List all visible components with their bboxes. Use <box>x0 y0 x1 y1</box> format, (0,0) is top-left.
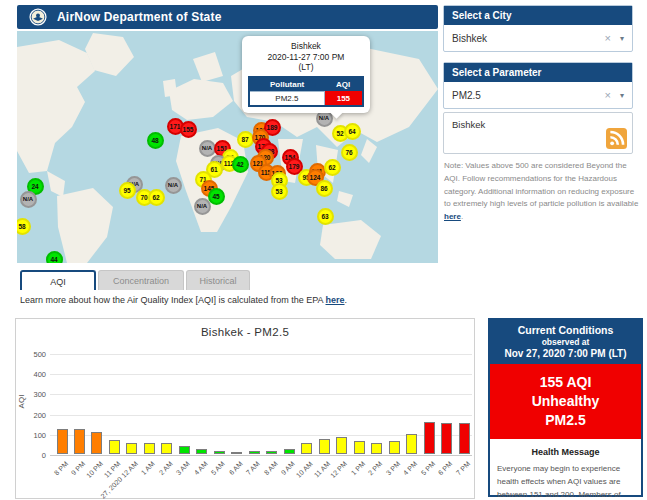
y-axis-tick: 500 <box>20 350 46 359</box>
aqi-map-marker[interactable]: 42 <box>232 156 249 173</box>
chart-bar[interactable] <box>74 429 85 454</box>
chart-bar[interactable] <box>109 440 120 454</box>
chart-gridline <box>50 354 472 355</box>
tab-historical[interactable]: Historical <box>186 270 250 290</box>
tab-concentration[interactable]: Concentration <box>98 270 184 290</box>
chart-bar[interactable] <box>144 443 155 455</box>
x-axis-tick: 7 PM <box>454 460 471 477</box>
chart-bar[interactable] <box>161 443 172 454</box>
chart-gridline <box>50 455 472 456</box>
chart-bar[interactable] <box>266 451 277 454</box>
chart-bar[interactable] <box>389 441 400 454</box>
chart-bar[interactable] <box>284 449 295 454</box>
aqi-map-marker[interactable]: N/A <box>20 191 37 208</box>
chart-bar[interactable] <box>214 451 225 454</box>
tab-aqi[interactable]: AQI <box>20 270 96 290</box>
current-conditions-title: Current Conditions <box>492 324 639 336</box>
chart-bar[interactable] <box>231 452 242 454</box>
aqi-map-marker[interactable]: N/A <box>194 198 211 215</box>
select-city-header: Select a City <box>444 6 632 25</box>
city-select[interactable]: Bishkek × ▾ <box>444 25 632 51</box>
airnow-dos-page: AirNow Department of State <box>0 0 647 500</box>
clear-city-icon[interactable]: × <box>605 32 611 44</box>
aqi-value: 155 AQI <box>492 373 639 392</box>
aqi-category: Unhealthy <box>492 392 639 411</box>
tooltip-pollutant-header: Pollutant <box>249 77 324 92</box>
chart-bar[interactable] <box>459 423 470 454</box>
health-message-text: Everyone may begin to experience health … <box>497 462 634 500</box>
aqi-map-marker[interactable]: 44 <box>46 251 63 264</box>
observed-datetime: Nov 27, 2020 7:00 PM (LT) <box>492 348 639 359</box>
tooltip-pollutant-value: PM2.5 <box>249 91 324 106</box>
chart-bar[interactable] <box>301 443 312 455</box>
aqi-map-marker[interactable]: 48 <box>147 132 164 149</box>
app-header: AirNow Department of State <box>17 5 438 29</box>
aqi-map-marker[interactable]: 53 <box>271 183 288 200</box>
chart-bar[interactable] <box>319 439 330 454</box>
y-axis-tick: 300 <box>20 390 46 399</box>
tooltip-aqi-value: 155 <box>324 91 363 106</box>
chart-bar[interactable] <box>126 443 137 455</box>
tooltip-datetime: 2020-11-27 7:00 PM <box>248 52 364 63</box>
learn-more-text: Learn more about how the Air Quality Ind… <box>20 295 347 305</box>
chart-bar[interactable] <box>179 446 190 454</box>
aqi-map-marker[interactable]: 62 <box>324 159 341 176</box>
world-map[interactable]: Bishkek 2020-11-27 7:00 PM (LT) Pollutan… <box>17 31 438 263</box>
chevron-down-icon[interactable]: ▾ <box>620 34 624 43</box>
select-city-panel: Select a City Bishkek × ▾ <box>443 5 633 52</box>
clear-parameter-icon[interactable]: × <box>605 89 611 101</box>
learn-more-link[interactable]: here <box>326 295 345 305</box>
x-axis-tick: 10 AM <box>295 460 314 479</box>
chart-bar[interactable] <box>249 451 260 454</box>
chart-bar[interactable] <box>196 449 207 454</box>
y-axis-tick: 0 <box>20 451 46 460</box>
chart-bar[interactable] <box>57 429 68 454</box>
x-axis-tick: 5 AM <box>210 460 226 476</box>
x-axis-tick: 1 PM <box>350 460 367 477</box>
chart-bar[interactable] <box>371 443 382 455</box>
aqi-note-text: Note: Values above 500 are considered Be… <box>444 160 640 224</box>
chart-bar[interactable] <box>354 441 365 454</box>
aqi-map-marker[interactable]: 95 <box>119 182 136 199</box>
aqi-status-block: 155 AQI Unhealthy PM2.5 <box>490 364 641 439</box>
y-axis-tick: 400 <box>20 370 46 379</box>
aqi-map-marker[interactable]: 86 <box>316 180 333 197</box>
chart-bar[interactable] <box>424 422 435 454</box>
y-axis-tick: 100 <box>20 431 46 440</box>
app-title: AirNow Department of State <box>57 10 222 24</box>
y-axis-tick: 200 <box>20 411 46 420</box>
chart-bar[interactable] <box>406 434 417 454</box>
tooltip-table: Pollutant AQI PM2.5 155 <box>248 76 364 107</box>
chart-bar[interactable] <box>91 432 102 454</box>
aqi-chart-panel: Bishkek - PM2.5 AQI 8 PM9 PM10 PM11 PM27… <box>15 318 475 499</box>
note-prefix: Note: Values above 500 are considered Be… <box>444 161 638 208</box>
parameter-select-value: PM2.5 <box>452 90 605 101</box>
current-conditions-header: Current Conditions observed at Nov 27, 2… <box>490 320 641 364</box>
chart-tabs: AQI Concentration Historical <box>20 270 250 290</box>
x-axis-tick: 1 AM <box>140 460 156 476</box>
aqi-map-marker[interactable]: 63 <box>317 208 334 225</box>
chart-bar[interactable] <box>441 423 452 454</box>
chart-bar[interactable] <box>336 437 347 454</box>
x-axis-tick: 8 PM <box>52 460 69 477</box>
aqi-map-marker[interactable]: N/A <box>165 177 182 194</box>
aqi-map-marker[interactable]: 87 <box>237 131 254 148</box>
x-axis-tick: 6 AM <box>228 460 244 476</box>
parameter-select[interactable]: PM2.5 × ▾ <box>444 82 632 108</box>
feed-city-label: Bishkek <box>452 119 485 130</box>
health-message-title: Health Message <box>497 447 634 457</box>
chart-gridline <box>50 374 472 375</box>
aqi-map-marker[interactable]: 64 <box>344 123 361 140</box>
rss-feed-icon[interactable] <box>606 128 627 149</box>
chevron-down-icon[interactable]: ▾ <box>620 91 624 100</box>
aqi-map-marker[interactable]: 58 <box>17 218 31 235</box>
aqi-map-marker[interactable]: 155 <box>180 121 197 138</box>
aqi-map-marker[interactable]: N/A <box>199 140 216 157</box>
aqi-map-marker[interactable]: 76 <box>341 144 358 161</box>
x-axis-tick: 11 AM <box>313 460 332 479</box>
x-axis-tick: 5 PM <box>420 460 437 477</box>
chart-title: Bishkek - PM2.5 <box>16 326 474 338</box>
aqi-map-marker[interactable]: 62 <box>148 189 165 206</box>
note-link[interactable]: here <box>444 212 461 221</box>
x-axis-tick: 7 AM <box>245 460 261 476</box>
